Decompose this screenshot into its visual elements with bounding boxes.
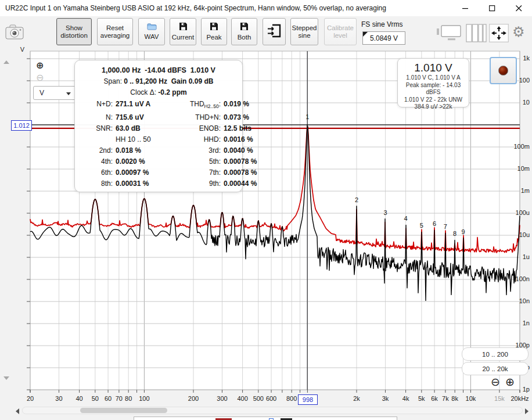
minimize-button[interactable] [452, 0, 479, 16]
horizontal-scrollbar[interactable] [22, 407, 523, 414]
expand-arrows-icon[interactable] [489, 24, 509, 45]
y-scroll-down-icon[interactable] [3, 376, 9, 380]
range-10-200-button[interactable]: 10 .. 200 [462, 347, 529, 361]
y-scroll-up-icon[interactable] [3, 60, 9, 64]
measurement-row: 2nd:0.018 %3rd:0.0040 % [75, 145, 242, 156]
x-tick-label: 40 [76, 395, 82, 402]
svg-text:8: 8 [453, 230, 456, 237]
monitor-led-button[interactable] [490, 57, 517, 84]
led-indicator-icon [498, 66, 508, 76]
y-tick-label: 100n [505, 275, 530, 283]
y-tick-label: 1n [505, 320, 530, 327]
stepped-sine-button[interactable]: Stepped sine [290, 18, 318, 45]
save-wav-button[interactable]: WAV [138, 18, 165, 45]
x-tick-label: 80 [125, 395, 132, 402]
x-tick-label: 100 [139, 395, 149, 402]
x-tick-label: 200 [188, 395, 199, 402]
scroll-left-icon[interactable] [16, 408, 19, 414]
level-detail: 384.9 uV >22k [398, 103, 469, 111]
plot-zoom-out-icon[interactable]: ⊖ [36, 73, 44, 82]
legend-strip-partial [134, 417, 397, 420]
save-peak-button[interactable]: Peak [201, 18, 227, 45]
svg-text:9: 9 [461, 228, 465, 235]
titlebar: UR22C Input 1 on Yamaha Steinberg USB AS… [0, 0, 532, 17]
y-tick-label: 100m [505, 143, 530, 150]
x-tick-label: 20 [27, 395, 34, 402]
y-tick-label: 10 [505, 99, 530, 106]
x-tick-label: 30 [55, 395, 62, 402]
unit-select-value: V [39, 89, 44, 97]
x-tick-label: 8k [451, 395, 458, 402]
y-tick-label: 10n [505, 297, 530, 305]
x-tick-label: 3k [382, 395, 389, 402]
measurement-rows: N+D:271.1 uV ATHDH2..50:0.019 %N:715.6 u… [75, 99, 242, 189]
fs-sine-input[interactable]: 5.0849 V [362, 31, 405, 45]
chevron-down-icon [66, 92, 71, 95]
x-tick-label: 600 [266, 395, 276, 402]
cursor-readout: 1,000.00 Hz -14.04 dBFS 1.010 V [75, 64, 242, 76]
x-tick-label: 800 [286, 395, 297, 402]
scroll-right-icon[interactable] [525, 408, 529, 414]
measurement-row: N+D:271.1 uV ATHDH2..50:0.019 % [75, 99, 242, 112]
unit-select[interactable]: V [33, 86, 76, 100]
maximize-button[interactable] [479, 0, 505, 16]
reset-averaging-button[interactable]: Reset averaging [97, 18, 133, 45]
measurement-row: SNR:63.0 dBENOB:12.5 bits [75, 123, 242, 134]
y-axis-unit: V [0, 46, 27, 53]
save-both-button[interactable]: Both [231, 18, 257, 45]
show-distortion-button[interactable]: Show distortion [56, 18, 92, 45]
x-tick-label: 70 [116, 395, 123, 402]
x-cursor-value[interactable]: 998 [298, 394, 318, 405]
camera-icon[interactable] [5, 23, 24, 44]
y-cursor-value[interactable]: 1.012 [11, 120, 32, 131]
y-tick-label: 1u [505, 253, 530, 261]
save-current-button[interactable]: Current [170, 18, 196, 45]
fs-sine-label: FS sine Vrms [361, 20, 403, 28]
scrollbar-thumb[interactable] [80, 408, 167, 413]
svg-text:1: 1 [305, 113, 309, 120]
measurement-info-box: 1,000.00 Hz -14.04 dBFS 1.010 V Span: 0 … [74, 60, 243, 192]
svg-text:2: 2 [355, 196, 358, 203]
x-tick-label: 500 [253, 395, 264, 402]
fs-sine-value: 5.0849 V [370, 34, 398, 42]
floppy-icon [240, 22, 249, 33]
x-tick-label: 50 [92, 395, 99, 402]
x-tick-label: 2k [353, 395, 360, 402]
x-zoom-in-icon[interactable]: ⊕ [505, 378, 515, 387]
x-tick-label: 5k [418, 395, 425, 402]
svg-text:5: 5 [420, 222, 423, 229]
level-detail: 1.010 V 22 - 22k UNW [398, 96, 469, 104]
y-tick-label: 10m [505, 165, 530, 173]
monitor-icon[interactable] [437, 24, 463, 44]
y-tick-label: 1m [505, 187, 530, 195]
x-tick-label: 20kHz [511, 395, 529, 402]
loopback-button[interactable] [263, 18, 286, 45]
level-detail: Peak sample: - 14.03 dBFS [398, 82, 469, 96]
save-current-label: Current [172, 34, 194, 41]
field-corner-marker [363, 32, 368, 37]
plot-zoom-in-icon[interactable]: ⊕ [36, 61, 44, 70]
floppy-icon [179, 22, 188, 33]
svg-text:6: 6 [433, 220, 436, 227]
y-tick-label: 10u [505, 231, 530, 239]
x-tick-label: 7k [442, 395, 449, 402]
save-both-label: Both [238, 34, 251, 41]
close-button[interactable] [505, 0, 532, 16]
measurement-row: HH 10 .. 50HHD:0.0016 % [75, 134, 242, 145]
save-peak-label: Peak [206, 34, 221, 41]
columns-icon[interactable] [466, 24, 487, 45]
save-wav-label: WAV [145, 33, 159, 41]
x-tick-label: 300 [217, 395, 227, 402]
calibrate-level-button[interactable]: Calibrate level [324, 18, 357, 45]
svg-text:7: 7 [444, 223, 447, 230]
measurement-row: 4th:0.0020 %5th:0.00078 % [75, 156, 242, 167]
level-readout-box: 1.010 V 1.010 V C, 1.010 V A Peak sample… [397, 58, 469, 107]
window-title: UR22C Input 1 on Yamaha Steinberg USB AS… [5, 0, 386, 16]
x-tick-label: 400 [237, 395, 247, 402]
minimize-icon [462, 5, 469, 12]
gear-icon[interactable]: ⚙ [512, 24, 525, 40]
x-tick-label: 10k [466, 395, 476, 402]
svg-text:3: 3 [383, 209, 387, 216]
x-zoom-out-icon[interactable]: ⊖ [491, 378, 500, 387]
range-20-20k-button[interactable]: 20 .. 20k [462, 362, 529, 375]
